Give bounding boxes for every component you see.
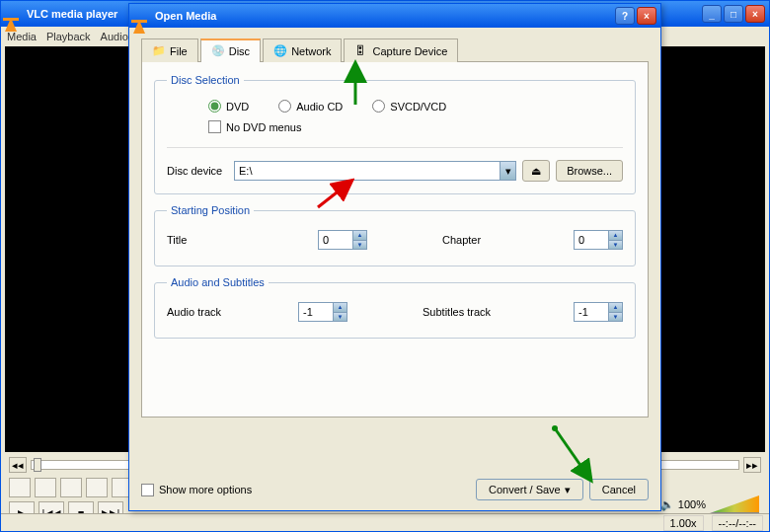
title-label: Title (167, 234, 236, 246)
eject-icon: ⏏ (531, 165, 541, 178)
dialog-help-button[interactable]: ? (615, 7, 635, 25)
audio-track-spinner[interactable]: -1 ▲▼ (298, 302, 347, 322)
disc-selection-legend: Disc Selection (167, 74, 244, 86)
title-value: 0 (323, 234, 329, 246)
dialog-titlebar[interactable]: Open Media ? × (129, 4, 660, 28)
disc-device-label: Disc device (167, 165, 228, 177)
chapter-value: 0 (578, 234, 584, 246)
time-display: --:--/--:-- (712, 515, 763, 531)
audio-subtitles-group: Audio and Subtitles Audio track -1 ▲▼ Su… (154, 276, 636, 339)
radio-dvd[interactable]: DVD (208, 100, 249, 113)
spinner-up-icon[interactable]: ▲ (608, 231, 622, 241)
faster-button[interactable]: ▸▸ (743, 457, 761, 473)
convert-save-button[interactable]: Convert / Save ▾ (476, 479, 583, 500)
radio-audiocd-label: Audio CD (296, 101, 343, 113)
convert-save-label: Convert / Save (489, 484, 561, 495)
playlist-button[interactable] (9, 478, 31, 497)
tab-network[interactable]: 🌐 Network (263, 38, 342, 62)
radio-dvd-label: DVD (226, 101, 249, 113)
open-media-dialog: Open Media ? × 📁 File 💿 Disc 🌐 Network 🎛… (128, 3, 661, 511)
tab-capture-label: Capture Device (372, 45, 447, 57)
loop-button[interactable] (35, 478, 56, 497)
spinner-up-icon[interactable]: ▲ (333, 303, 346, 313)
cancel-button[interactable]: Cancel (589, 479, 649, 500)
show-more-label: Show more options (159, 484, 252, 495)
disc-device-value: E:\ (239, 165, 252, 177)
tab-file-label: File (170, 45, 188, 57)
tab-network-label: Network (291, 45, 331, 57)
status-bar: 1.00x --:--/--:-- (1, 513, 769, 531)
browse-button[interactable]: Browse... (556, 160, 623, 182)
tab-disc[interactable]: 💿 Disc (200, 38, 261, 62)
tab-file[interactable]: 📁 File (141, 38, 198, 62)
slower-button[interactable]: ◂◂ (9, 457, 27, 473)
audio-track-label: Audio track (167, 306, 236, 318)
chapter-label: Chapter (442, 234, 492, 246)
folder-icon: 📁 (152, 44, 166, 58)
no-dvd-menus-checkbox[interactable] (208, 120, 221, 133)
minimize-button[interactable]: _ (702, 5, 722, 23)
spinner-down-icon[interactable]: ▼ (608, 313, 622, 322)
tab-capture[interactable]: 🎛 Capture Device (344, 38, 458, 62)
audio-subtitles-legend: Audio and Subtitles (167, 276, 269, 288)
title-spinner[interactable]: 0 ▲▼ (318, 230, 367, 250)
tab-disc-label: Disc (229, 45, 250, 57)
starting-position-legend: Starting Position (167, 204, 254, 216)
audio-track-value: -1 (303, 306, 313, 318)
dialog-close-button[interactable]: × (637, 7, 656, 25)
fullscreen-button[interactable] (86, 478, 108, 497)
disc-icon: 💿 (211, 44, 225, 58)
chapter-spinner[interactable]: 0 ▲▼ (574, 230, 623, 250)
main-window-title: VLC media player (27, 8, 117, 20)
chevron-down-icon[interactable]: ▾ (500, 162, 515, 180)
speaker-icon[interactable]: 🔈 (660, 498, 674, 511)
radio-svcd[interactable]: SVCD/VCD (372, 100, 446, 113)
radio-audiocd-input[interactable] (278, 100, 291, 113)
network-icon: 🌐 (273, 44, 287, 58)
vlc-cone-icon (133, 8, 149, 24)
random-button[interactable] (60, 478, 82, 497)
disc-selection-group: Disc Selection DVD Audio CD SVCD/VCD No … (154, 74, 636, 194)
starting-position-group: Starting Position Title 0 ▲▼ Chapter 0 ▲… (154, 204, 636, 266)
show-more-checkbox[interactable] (141, 484, 154, 496)
no-dvd-menus-label: No DVD menus (226, 121, 301, 133)
eject-button[interactable]: ⏏ (522, 160, 550, 182)
tab-panel-disc: Disc Selection DVD Audio CD SVCD/VCD No … (141, 62, 649, 418)
spinner-down-icon[interactable]: ▼ (608, 241, 622, 250)
playback-speed[interactable]: 1.00x (663, 515, 704, 531)
chevron-down-icon: ▾ (565, 484, 571, 496)
subtitles-track-value: -1 (578, 306, 588, 318)
maximize-button[interactable]: □ (724, 5, 743, 23)
spinner-down-icon[interactable]: ▼ (333, 313, 346, 322)
spinner-down-icon[interactable]: ▼ (352, 241, 366, 250)
vlc-cone-icon (5, 6, 21, 22)
subtitles-track-label: Subtitles track (423, 306, 511, 318)
disc-device-combo[interactable]: E:\ ▾ (234, 161, 516, 181)
menu-audio[interactable]: Audio (101, 31, 128, 42)
menu-media[interactable]: Media (7, 31, 37, 42)
tabstrip: 📁 File 💿 Disc 🌐 Network 🎛 Capture Device (141, 38, 649, 62)
dialog-title: Open Media (155, 10, 216, 22)
subtitles-track-spinner[interactable]: -1 ▲▼ (574, 302, 623, 322)
volume-slider[interactable] (710, 495, 759, 513)
radio-audiocd[interactable]: Audio CD (278, 100, 343, 113)
radio-svcd-label: SVCD/VCD (390, 101, 446, 113)
close-button[interactable]: × (745, 5, 765, 23)
menu-playback[interactable]: Playback (46, 31, 91, 42)
capture-icon: 🎛 (354, 44, 368, 58)
spinner-up-icon[interactable]: ▲ (608, 303, 622, 313)
radio-dvd-input[interactable] (208, 100, 221, 113)
spinner-up-icon[interactable]: ▲ (352, 231, 366, 241)
radio-svcd-input[interactable] (372, 100, 385, 113)
volume-percent: 100% (678, 498, 706, 510)
